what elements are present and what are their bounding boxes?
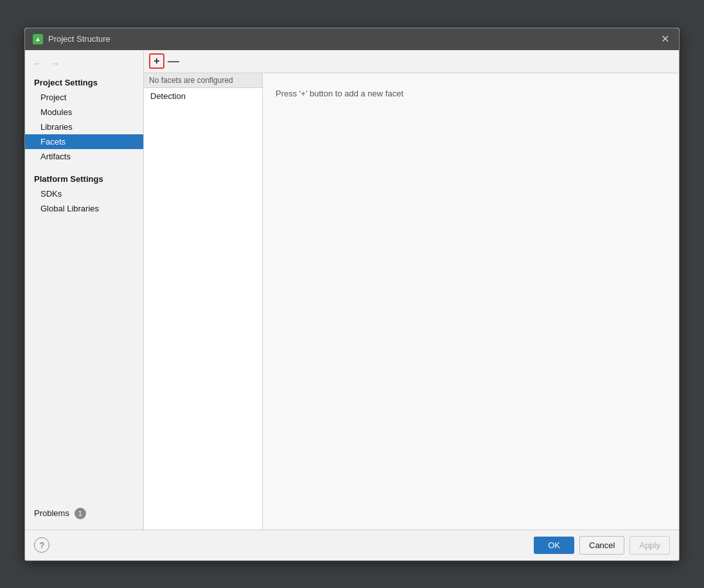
problems-label: Problems (34, 508, 69, 518)
nav-spacer (25, 164, 143, 170)
apply-button[interactable]: Apply (629, 536, 670, 555)
problems-badge: 1 (75, 508, 86, 519)
ok-button[interactable]: OK (534, 537, 574, 554)
dialog-footer: ? OK Cancel Apply (25, 530, 679, 560)
help-button[interactable]: ? (34, 537, 49, 553)
detection-item[interactable]: Detection (144, 88, 262, 104)
sidebar-item-modules[interactable]: Modules (25, 105, 143, 120)
facets-list-panel: No facets are configured Detection (144, 73, 263, 530)
nav-back-forward: ← → (25, 55, 143, 74)
title-bar-left: ▲ Project Structure (33, 34, 110, 44)
close-button[interactable]: ✕ (658, 33, 671, 46)
footer-left: ? (34, 537, 49, 553)
title-bar: ▲ Project Structure ✕ (25, 28, 679, 50)
problems-section[interactable]: Problems 1 (25, 503, 143, 524)
main-panel: Press '+' button to add a new facet (263, 73, 679, 530)
project-structure-dialog: ▲ Project Structure ✕ ← → Project Settin… (24, 28, 680, 561)
forward-arrow[interactable]: → (48, 57, 62, 70)
sidebar-item-libraries[interactable]: Libraries (25, 120, 143, 134)
back-arrow[interactable]: ← (30, 57, 45, 70)
sidebar: ← → Project Settings Project Modules Lib… (25, 50, 144, 530)
remove-facet-button[interactable]: — (166, 53, 181, 69)
app-icon: ▲ (33, 34, 43, 44)
sidebar-item-project[interactable]: Project (25, 90, 143, 105)
no-facets-label: No facets are configured (144, 73, 262, 88)
sidebar-item-sdks[interactable]: SDKs (25, 186, 143, 201)
sidebar-item-artifacts[interactable]: Artifacts (25, 149, 143, 164)
hint-text: Press '+' button to add a new facet (276, 86, 403, 98)
content-area: No facets are configured Detection Press… (144, 73, 679, 530)
toolbar: + — (144, 50, 679, 73)
add-facet-button[interactable]: + (149, 53, 164, 69)
dialog-title: Project Structure (48, 34, 110, 44)
sidebar-item-facets[interactable]: Facets (25, 134, 143, 149)
main-content: + — No facets are configured Detection P… (144, 50, 679, 530)
dialog-body: ← → Project Settings Project Modules Lib… (25, 50, 679, 530)
footer-right: OK Cancel Apply (534, 536, 670, 555)
project-settings-header: Project Settings (25, 74, 143, 90)
sidebar-item-global-libraries[interactable]: Global Libraries (25, 201, 143, 216)
cancel-button[interactable]: Cancel (579, 536, 624, 555)
platform-settings-header: Platform Settings (25, 170, 143, 186)
